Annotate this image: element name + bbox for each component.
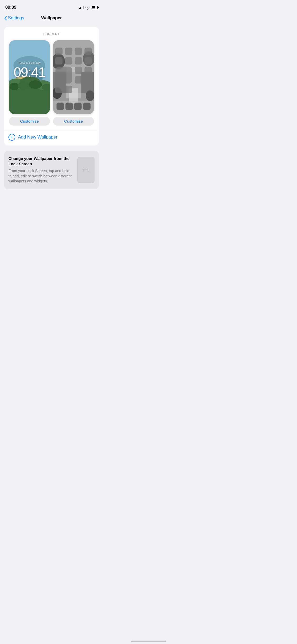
status-icons (79, 6, 98, 9)
current-label: CURRENT (8, 32, 95, 36)
dock (56, 103, 91, 110)
info-card: Change your Wallpaper from the Lock Scre… (4, 151, 99, 189)
widget-large (55, 67, 72, 84)
app-icon (55, 48, 63, 55)
customize-home-button[interactable]: Customise (53, 117, 94, 126)
plus-icon: + (11, 135, 13, 140)
back-button[interactable]: Settings (4, 15, 24, 21)
wallpaper-card: CURRENT (4, 27, 99, 145)
customize-lock-button[interactable]: Customise (9, 117, 50, 126)
app-icon (84, 67, 92, 74)
svg-point-10 (29, 80, 42, 89)
svg-point-8 (10, 83, 19, 90)
app-icon (84, 57, 92, 65)
info-body: From your Lock Screen, tap and hold to a… (8, 168, 73, 184)
app-icon (84, 48, 92, 55)
app-icon (75, 67, 82, 74)
lock-screen-preview[interactable]: Tuesday 9 January 09:41 (9, 40, 50, 114)
info-title: Change your Wallpaper from the Lock Scre… (8, 156, 73, 166)
app-icon (55, 86, 63, 93)
app-icon (75, 57, 82, 65)
battery-icon (91, 6, 98, 9)
status-bar: 09:09 (0, 0, 103, 13)
app-icon (75, 76, 82, 84)
dock-icon (65, 103, 73, 110)
app-icon (65, 48, 72, 55)
home-screen-wallpaper: Customise (53, 40, 94, 126)
info-phone-thumbnail: 9:41 (77, 157, 95, 183)
status-time: 09:09 (5, 5, 16, 10)
app-icon (55, 57, 63, 65)
info-text: Change your Wallpaper from the Lock Scre… (8, 156, 73, 184)
dock-icon (83, 103, 91, 110)
svg-point-9 (18, 82, 29, 90)
lock-screen-wallpaper: Tuesday 9 January 09:41 Customise (9, 40, 50, 126)
back-label: Settings (8, 15, 24, 21)
signal-icon (79, 6, 84, 9)
page-title: Wallpaper (41, 15, 62, 21)
dock-icon (74, 103, 82, 110)
add-circle-icon: + (8, 134, 15, 141)
home-screen-preview[interactable] (53, 40, 94, 114)
wallpaper-previews: Tuesday 9 January 09:41 Customise (8, 40, 95, 126)
app-icon (84, 76, 92, 84)
add-wallpaper-label: Add New Wallpaper (18, 135, 58, 140)
lock-time: 09:41 (9, 65, 50, 79)
dock-icon (56, 103, 64, 110)
add-wallpaper-row[interactable]: + Add New Wallpaper (8, 130, 95, 141)
lock-date: Tuesday 9 January (9, 61, 50, 64)
app-icon (65, 86, 72, 93)
app-icon (75, 48, 82, 55)
info-phone-time: 9:41 (83, 168, 89, 172)
nav-header: Settings Wallpaper (0, 13, 103, 25)
wifi-icon (85, 6, 89, 9)
app-icon (65, 57, 72, 65)
